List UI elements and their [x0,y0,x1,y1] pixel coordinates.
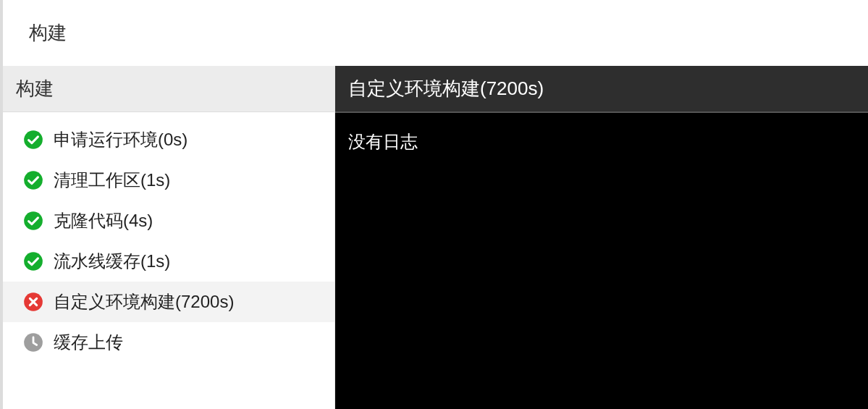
step-item[interactable]: 申请运行环境(0s) [3,119,334,160]
svg-point-1 [24,171,43,190]
steps-list: 申请运行环境(0s)清理工作区(1s)克隆代码(4s)流水线缓存(1s)自定义环… [3,112,334,409]
svg-point-2 [24,211,43,230]
panel-title: 构建 [3,0,868,66]
step-item-label: 流水线缓存(1s) [54,250,170,273]
build-panel-frame: 构建 构建 申请运行环境(0s)清理工作区(1s)克隆代码(4s)流水线缓存(1… [0,0,868,409]
steps-panel-header: 构建 [3,66,334,112]
log-panel-header: 自定义环境构建(7200s) [335,66,868,113]
log-empty-message: 没有日志 [348,132,418,151]
step-item-label: 清理工作区(1s) [54,169,170,192]
pending-status-icon [23,332,43,353]
main-area: 构建 申请运行环境(0s)清理工作区(1s)克隆代码(4s)流水线缓存(1s)自… [3,66,868,409]
step-item[interactable]: 缓存上传 [3,322,334,363]
log-panel: 自定义环境构建(7200s) 没有日志 [335,66,868,409]
success-status-icon [23,130,43,150]
success-status-icon [23,211,43,231]
steps-panel: 构建 申请运行环境(0s)清理工作区(1s)克隆代码(4s)流水线缓存(1s)自… [3,66,335,409]
svg-point-0 [24,130,43,149]
step-item[interactable]: 清理工作区(1s) [3,160,334,201]
success-status-icon [23,170,43,190]
log-body: 没有日志 [335,113,868,409]
step-item-label: 克隆代码(4s) [54,209,153,232]
step-item-label: 缓存上传 [54,331,123,354]
step-item[interactable]: 自定义环境构建(7200s) [3,282,334,322]
error-status-icon [23,292,43,312]
svg-point-3 [24,252,43,271]
step-item-label: 自定义环境构建(7200s) [54,290,234,313]
step-item-label: 申请运行环境(0s) [54,128,187,151]
step-item[interactable]: 流水线缓存(1s) [3,241,334,282]
success-status-icon [23,251,43,271]
step-item[interactable]: 克隆代码(4s) [3,201,334,241]
